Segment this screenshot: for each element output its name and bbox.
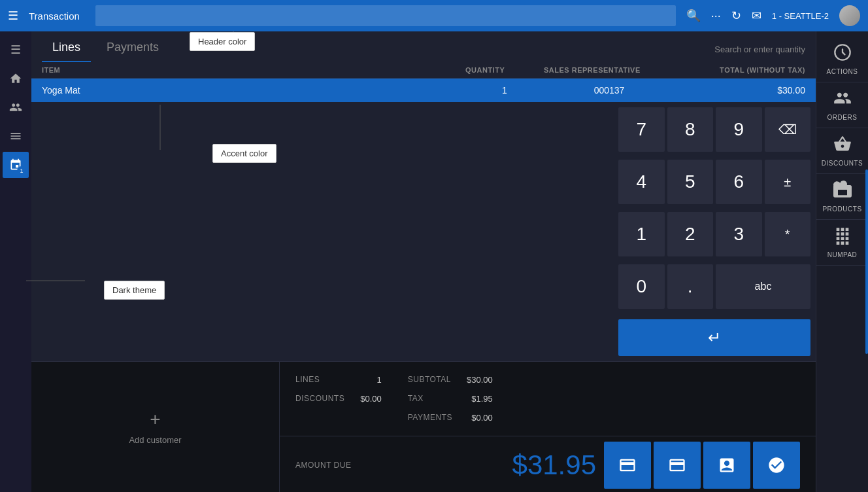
col-quantity: QUANTITY — [465, 66, 544, 74]
actions-icon — [833, 43, 852, 65]
num-3[interactable]: 3 — [716, 212, 762, 256]
add-customer-icon: + — [150, 409, 160, 430]
actions-panel-item[interactable]: ACTIONS — [816, 37, 868, 82]
numpad-area: 7 8 9 ⌫ 4 5 6 ± 1 2 3 * 0 . abc — [613, 102, 816, 361]
num-0[interactable]: 0 — [618, 264, 665, 309]
discounts-label: DISCOUNTS — [822, 160, 863, 167]
amount-due-value: $31.95 — [512, 449, 596, 481]
sidebar-badge: 1 — [17, 166, 26, 175]
num-decimal[interactable]: . — [667, 264, 714, 309]
tax-label: TAX — [408, 394, 424, 404]
products-icon — [833, 181, 852, 203]
sidebar-item-home[interactable] — [3, 65, 29, 92]
store-label: 1 - SEATTLE-2 — [772, 11, 829, 21]
scroll-indicator — [865, 169, 868, 354]
discounts-row: DISCOUNTS $0.00 — [295, 391, 382, 406]
num-2[interactable]: 2 — [667, 212, 714, 256]
search-quantity-label: Search or enter quantity — [714, 44, 805, 62]
tab-payments[interactable]: Payments — [96, 31, 169, 62]
num-4[interactable]: 4 — [618, 160, 665, 204]
pay-other-button[interactable] — [753, 442, 800, 489]
num-9[interactable]: 9 — [716, 107, 762, 152]
orders-icon — [833, 89, 852, 111]
tax-row: TAX $1.95 — [408, 391, 493, 406]
discounts-icon — [833, 135, 852, 157]
num-1[interactable]: 1 — [618, 212, 665, 256]
bottom-bar: + Add customer LINES 1 DISC — [31, 361, 816, 492]
orders-panel-item[interactable]: ORDERS — [816, 82, 868, 128]
num-7[interactable]: 7 — [618, 107, 665, 152]
orders-label: ORDERS — [827, 114, 858, 121]
payment-buttons — [604, 442, 800, 489]
search-icon[interactable]: 🔍 — [686, 9, 701, 23]
subtotal-label: SUBTOTAL — [408, 375, 451, 385]
add-customer-button[interactable]: + Add customer — [31, 362, 280, 492]
col-rep: SALES REPRESENTATIVE — [544, 66, 675, 74]
top-bar: ☰ Transaction 🔍 ··· ↻ ✉ 1 - SEATTLE-2 — [0, 0, 868, 31]
numpad-panel-item[interactable]: NUMPAD — [816, 220, 868, 266]
pay-card-button[interactable] — [654, 442, 701, 489]
cell-total: $30.00 — [675, 85, 805, 96]
sidebar: ☰ 1 — [0, 31, 31, 492]
lines-label: LINES — [295, 375, 320, 385]
numpad-label: NUMPAD — [827, 251, 858, 258]
discounts-value: $0.00 — [360, 394, 382, 404]
tax-value: $1.95 — [471, 394, 493, 404]
numpad-grid: 7 8 9 ⌫ 4 5 6 ± 1 2 3 * 0 . abc — [618, 107, 810, 314]
cell-quantity: 1 — [465, 85, 544, 96]
num-multiply[interactable]: * — [765, 212, 811, 256]
sidebar-item-pos[interactable]: 1 — [3, 152, 29, 178]
sidebar-item-customers[interactable] — [3, 94, 29, 120]
sidebar-item-menu[interactable]: ☰ — [3, 37, 29, 63]
avatar[interactable] — [839, 5, 860, 26]
products-panel-item[interactable]: PRODUCTS — [816, 174, 868, 220]
table-row[interactable]: Yoga Mat 1 000137 $30.00 — [31, 79, 816, 102]
discounts-panel-item[interactable]: DISCOUNTS — [816, 128, 868, 174]
num-abc[interactable]: abc — [716, 264, 810, 309]
discounts-label: DISCOUNTS — [295, 394, 344, 404]
lines-area — [31, 102, 613, 361]
app-title: Transaction — [29, 10, 80, 22]
payments-label: PAYMENTS — [408, 413, 452, 423]
payments-row: PAYMENTS $0.00 — [408, 410, 493, 425]
middle-row: 7 8 9 ⌫ 4 5 6 ± 1 2 3 * 0 . abc — [31, 102, 816, 361]
top-bar-actions: 🔍 ··· ↻ ✉ 1 - SEATTLE-2 — [686, 5, 860, 26]
subtotal-row: SUBTOTAL $30.00 — [408, 372, 493, 387]
message-icon[interactable]: ✉ — [752, 9, 761, 23]
menu-icon[interactable]: ☰ — [8, 9, 18, 23]
num-6[interactable]: 6 — [716, 160, 762, 204]
col-item: ITEM — [42, 66, 465, 74]
bottom-summary: LINES 1 DISCOUNTS $0.00 SUBTOT — [280, 362, 816, 436]
table-header: ITEM QUANTITY SALES REPRESENTATIVE TOTAL… — [31, 62, 816, 79]
num-plusminus[interactable]: ± — [765, 160, 811, 204]
products-label: PRODUCTS — [822, 205, 861, 213]
num-5[interactable]: 5 — [667, 160, 714, 204]
pay-split-button[interactable] — [703, 442, 750, 489]
subtotal-value: $30.00 — [467, 375, 493, 385]
num-backspace[interactable]: ⌫ — [765, 107, 811, 152]
pay-cash-button[interactable] — [604, 442, 651, 489]
num-8[interactable]: 8 — [667, 107, 714, 152]
amount-due-label: AMOUNT DUE — [295, 461, 351, 470]
lines-value: 1 — [376, 375, 381, 385]
search-input[interactable] — [95, 5, 676, 26]
lines-row: LINES 1 — [295, 372, 382, 387]
refresh-icon[interactable]: ↻ — [731, 9, 741, 23]
more-icon[interactable]: ··· — [711, 9, 721, 23]
num-enter[interactable]: ↵ — [618, 319, 810, 356]
col-total: TOTAL (WITHOUT TAX) — [675, 66, 805, 74]
right-panel: ACTIONS ORDERS DISCOUNTS PRODUCTS — [816, 31, 868, 492]
cell-item: Yoga Mat — [42, 85, 465, 96]
tabs-bar: Lines Payments Search or enter quantity — [31, 31, 816, 62]
add-customer-label: Add customer — [129, 435, 181, 445]
sidebar-item-list[interactable] — [3, 123, 29, 149]
actions-label: ACTIONS — [827, 68, 858, 75]
numpad-icon — [833, 226, 852, 249]
content-area: Lines Payments Search or enter quantity … — [31, 31, 816, 492]
cell-rep: 000137 — [544, 85, 675, 96]
tab-lines[interactable]: Lines — [42, 31, 91, 62]
payments-value: $0.00 — [471, 413, 493, 423]
